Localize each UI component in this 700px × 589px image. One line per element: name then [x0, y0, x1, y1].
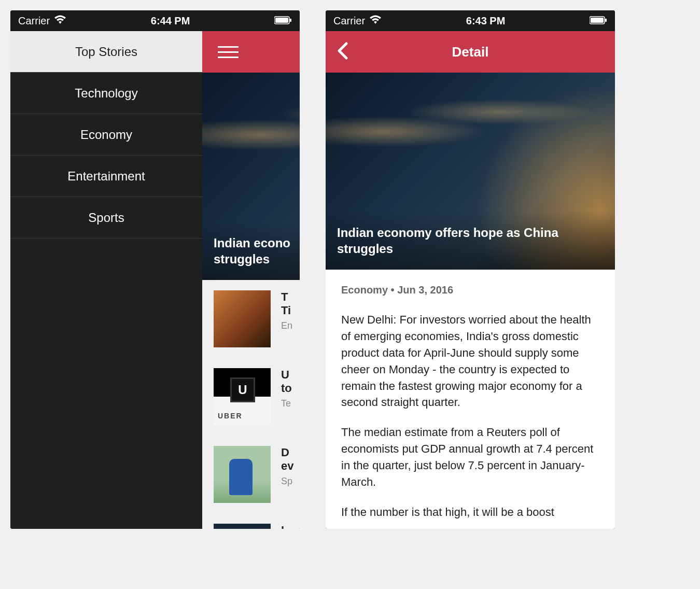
article-thumbnail	[214, 524, 271, 529]
drawer-container: Top Stories Technology Economy Entertain…	[10, 31, 300, 529]
article-title: I	[281, 524, 300, 529]
nav-title: Detail	[326, 44, 615, 60]
article-category: Te	[281, 398, 300, 409]
list-item[interactable]: I	[202, 513, 300, 529]
article-title: T Ti	[281, 290, 300, 317]
status-time: 6:43 PM	[466, 15, 506, 27]
wifi-icon	[369, 15, 382, 27]
detail-meta: Economy • Jun 3, 2016	[326, 270, 615, 301]
hero-article[interactable]: Indian econo struggles	[202, 73, 300, 280]
detail-paragraph: New Delhi: For investors worried about t…	[341, 312, 599, 411]
article-list: T Ti En U to Te D ev Sp	[202, 280, 300, 529]
status-left: Carrier	[18, 15, 66, 27]
svg-rect-1	[275, 18, 288, 23]
drawer-item-top-stories[interactable]: Top Stories	[10, 31, 202, 73]
hamburger-icon[interactable]	[218, 46, 239, 58]
drawer-item-entertainment[interactable]: Entertainment	[10, 156, 202, 197]
status-bar: Carrier 6:44 PM	[10, 10, 300, 31]
list-item[interactable]: D ev Sp	[202, 436, 300, 513]
detail-hero-headline: Indian economy offers hope as China stru…	[326, 212, 615, 270]
article-text: I	[281, 524, 300, 529]
navigation-bar	[202, 31, 300, 73]
battery-icon	[590, 15, 607, 27]
list-item[interactable]: T Ti En	[202, 280, 300, 358]
meta-separator: •	[388, 284, 397, 296]
article-category: Sp	[281, 476, 300, 487]
wifi-icon	[54, 15, 66, 27]
carrier-label: Carrier	[18, 15, 50, 27]
main-content-pushed: Indian econo struggles T Ti En U to Te	[202, 31, 300, 529]
phone-screen-detail: Carrier 6:43 PM Detail Indian economy of…	[326, 10, 615, 529]
hero-headline: Indian econo struggles	[202, 222, 300, 280]
navigation-drawer: Top Stories Technology Economy Entertain…	[10, 31, 202, 529]
detail-paragraph: If the number is that high, it will be a…	[341, 504, 599, 521]
svg-rect-5	[605, 19, 607, 22]
article-category: En	[281, 320, 300, 331]
svg-rect-2	[290, 19, 291, 22]
detail-hero: Indian economy offers hope as China stru…	[326, 73, 615, 270]
article-thumbnail	[214, 446, 271, 503]
carrier-label: Carrier	[333, 15, 365, 27]
drawer-item-technology[interactable]: Technology	[10, 73, 202, 114]
status-time: 6:44 PM	[151, 15, 190, 27]
detail-content: New Delhi: For investors worried about t…	[326, 301, 615, 529]
article-title: U to	[281, 368, 300, 395]
drawer-item-sports[interactable]: Sports	[10, 197, 202, 239]
article-text: D ev Sp	[281, 446, 300, 503]
battery-icon	[274, 15, 292, 27]
article-thumbnail	[214, 368, 271, 425]
detail-category: Economy	[341, 284, 388, 296]
svg-rect-4	[591, 18, 604, 23]
detail-date: Jun 3, 2016	[397, 284, 453, 296]
navigation-bar: Detail	[326, 31, 615, 73]
detail-paragraph: The median estimate from a Reuters poll …	[341, 424, 599, 490]
status-left: Carrier	[333, 15, 382, 27]
detail-body[interactable]: Indian economy offers hope as China stru…	[326, 73, 615, 529]
drawer-item-economy[interactable]: Economy	[10, 114, 202, 156]
article-text: U to Te	[281, 368, 300, 425]
article-title: D ev	[281, 446, 300, 473]
list-item[interactable]: U to Te	[202, 358, 300, 436]
article-text: T Ti En	[281, 290, 300, 347]
back-button[interactable]	[336, 40, 351, 63]
article-thumbnail	[214, 290, 271, 347]
phone-screen-drawer: Carrier 6:44 PM Top Stories Technology E…	[10, 10, 300, 529]
status-bar: Carrier 6:43 PM	[326, 10, 615, 31]
